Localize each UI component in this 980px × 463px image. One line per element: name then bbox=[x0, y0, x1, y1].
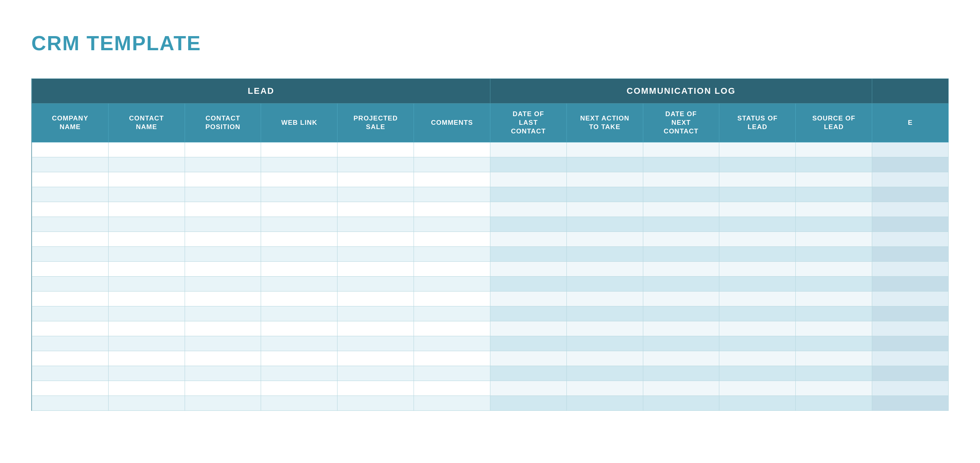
table-cell[interactable] bbox=[566, 396, 643, 411]
table-cell[interactable] bbox=[796, 321, 872, 336]
table-cell[interactable] bbox=[566, 157, 643, 172]
table-cell[interactable] bbox=[643, 157, 719, 172]
table-cell[interactable] bbox=[643, 306, 719, 321]
table-cell[interactable] bbox=[32, 202, 109, 217]
table-cell[interactable] bbox=[643, 351, 719, 366]
table-cell[interactable] bbox=[566, 247, 643, 262]
table-cell[interactable] bbox=[566, 262, 643, 277]
table-cell[interactable] bbox=[338, 172, 414, 187]
table-cell[interactable] bbox=[796, 396, 872, 411]
table-cell[interactable] bbox=[261, 202, 338, 217]
table-cell[interactable] bbox=[338, 336, 414, 351]
table-cell[interactable] bbox=[108, 292, 185, 306]
table-cell[interactable] bbox=[566, 306, 643, 321]
table-cell[interactable] bbox=[261, 351, 338, 366]
table-cell[interactable] bbox=[185, 351, 261, 366]
table-cell[interactable] bbox=[108, 232, 185, 247]
table-cell[interactable] bbox=[338, 396, 414, 411]
table-cell[interactable] bbox=[32, 396, 109, 411]
table-cell[interactable] bbox=[32, 306, 109, 321]
table-cell[interactable] bbox=[872, 217, 949, 232]
table-cell[interactable] bbox=[719, 351, 796, 366]
table-cell[interactable] bbox=[261, 232, 338, 247]
table-cell[interactable] bbox=[872, 202, 949, 217]
table-cell[interactable] bbox=[261, 306, 338, 321]
table-cell[interactable] bbox=[872, 396, 949, 411]
table-cell[interactable] bbox=[643, 217, 719, 232]
table-cell[interactable] bbox=[796, 351, 872, 366]
table-cell[interactable] bbox=[32, 292, 109, 306]
table-cell[interactable] bbox=[872, 336, 949, 351]
table-cell[interactable] bbox=[490, 381, 566, 396]
table-cell[interactable] bbox=[643, 396, 719, 411]
table-cell[interactable] bbox=[108, 396, 185, 411]
table-cell[interactable] bbox=[338, 217, 414, 232]
table-cell[interactable] bbox=[490, 336, 566, 351]
table-cell[interactable] bbox=[566, 366, 643, 381]
table-cell[interactable] bbox=[566, 142, 643, 157]
table-cell[interactable] bbox=[796, 142, 872, 157]
table-cell[interactable] bbox=[261, 172, 338, 187]
table-cell[interactable] bbox=[414, 321, 490, 336]
table-cell[interactable] bbox=[261, 277, 338, 292]
table-cell[interactable] bbox=[414, 202, 490, 217]
table-cell[interactable] bbox=[719, 142, 796, 157]
table-cell[interactable] bbox=[719, 202, 796, 217]
table-cell[interactable] bbox=[719, 396, 796, 411]
table-cell[interactable] bbox=[796, 232, 872, 247]
table-cell[interactable] bbox=[108, 157, 185, 172]
table-cell[interactable] bbox=[32, 351, 109, 366]
table-cell[interactable] bbox=[719, 292, 796, 306]
table-cell[interactable] bbox=[566, 187, 643, 202]
table-cell[interactable] bbox=[490, 321, 566, 336]
table-cell[interactable] bbox=[490, 277, 566, 292]
table-cell[interactable] bbox=[872, 366, 949, 381]
table-cell[interactable] bbox=[414, 232, 490, 247]
table-cell[interactable] bbox=[185, 336, 261, 351]
table-cell[interactable] bbox=[414, 247, 490, 262]
table-cell[interactable] bbox=[185, 172, 261, 187]
table-cell[interactable] bbox=[108, 262, 185, 277]
table-cell[interactable] bbox=[490, 187, 566, 202]
table-cell[interactable] bbox=[185, 142, 261, 157]
table-cell[interactable] bbox=[338, 381, 414, 396]
table-cell[interactable] bbox=[719, 306, 796, 321]
table-cell[interactable] bbox=[108, 187, 185, 202]
table-cell[interactable] bbox=[643, 292, 719, 306]
table-cell[interactable] bbox=[338, 157, 414, 172]
table-cell[interactable] bbox=[872, 142, 949, 157]
table-cell[interactable] bbox=[796, 202, 872, 217]
table-cell[interactable] bbox=[796, 172, 872, 187]
table-cell[interactable] bbox=[719, 262, 796, 277]
table-cell[interactable] bbox=[490, 202, 566, 217]
table-cell[interactable] bbox=[872, 247, 949, 262]
table-cell[interactable] bbox=[414, 157, 490, 172]
table-cell[interactable] bbox=[566, 336, 643, 351]
table-cell[interactable] bbox=[108, 202, 185, 217]
table-cell[interactable] bbox=[338, 351, 414, 366]
table-cell[interactable] bbox=[719, 381, 796, 396]
table-cell[interactable] bbox=[414, 142, 490, 157]
table-cell[interactable] bbox=[32, 142, 109, 157]
table-cell[interactable] bbox=[872, 157, 949, 172]
table-cell[interactable] bbox=[796, 306, 872, 321]
table-cell[interactable] bbox=[414, 336, 490, 351]
table-cell[interactable] bbox=[261, 321, 338, 336]
table-cell[interactable] bbox=[414, 366, 490, 381]
table-cell[interactable] bbox=[796, 262, 872, 277]
table-cell[interactable] bbox=[32, 172, 109, 187]
table-cell[interactable] bbox=[108, 381, 185, 396]
table-cell[interactable] bbox=[719, 217, 796, 232]
table-cell[interactable] bbox=[338, 366, 414, 381]
table-cell[interactable] bbox=[566, 277, 643, 292]
table-cell[interactable] bbox=[414, 292, 490, 306]
table-cell[interactable] bbox=[338, 202, 414, 217]
table-cell[interactable] bbox=[261, 262, 338, 277]
table-cell[interactable] bbox=[566, 292, 643, 306]
table-cell[interactable] bbox=[643, 366, 719, 381]
table-cell[interactable] bbox=[338, 247, 414, 262]
table-cell[interactable] bbox=[796, 292, 872, 306]
table-cell[interactable] bbox=[185, 217, 261, 232]
table-cell[interactable] bbox=[32, 381, 109, 396]
table-cell[interactable] bbox=[108, 277, 185, 292]
